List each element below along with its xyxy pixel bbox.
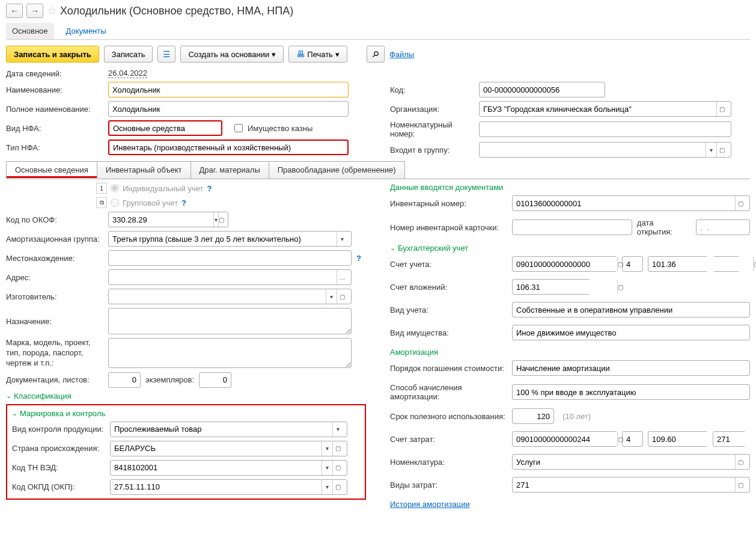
address-combo[interactable]: … xyxy=(108,269,352,285)
amort-history-link[interactable]: История амортизации xyxy=(390,500,470,509)
controlkind-combo[interactable]: ▾ xyxy=(110,422,347,437)
open-icon[interactable]: ▢ xyxy=(332,480,343,494)
tab-docs[interactable]: Документы xyxy=(60,23,112,39)
save-close-button[interactable]: Записать и закрыть xyxy=(6,46,99,63)
help-icon[interactable]: ? xyxy=(356,254,361,263)
tnved-combo[interactable]: ▾ ▢ xyxy=(110,460,347,476)
okof-input[interactable] xyxy=(112,212,213,227)
invnum-input[interactable] xyxy=(516,196,735,210)
costacct-input[interactable] xyxy=(516,432,617,446)
open-icon[interactable]: ▢ xyxy=(332,461,343,475)
open-icon[interactable]: ▢ xyxy=(617,432,623,446)
kind-input[interactable] xyxy=(108,120,222,136)
cost-c-input[interactable] xyxy=(717,432,756,446)
tnved-input[interactable] xyxy=(114,461,322,475)
group-input[interactable] xyxy=(483,143,706,157)
caret-down-icon[interactable]: ▾ xyxy=(213,212,218,227)
invcard-input[interactable] xyxy=(512,219,632,235)
marking-header[interactable]: ⌄ Маркировка и контроль xyxy=(12,409,360,418)
open-icon[interactable]: ▢ xyxy=(617,257,623,271)
cost-a-input[interactable] xyxy=(622,431,643,447)
help-icon[interactable]: ? xyxy=(207,184,212,193)
country-input[interactable] xyxy=(114,441,322,456)
open-icon[interactable]: ▢ xyxy=(716,143,727,157)
open-icon[interactable]: ▢ xyxy=(337,289,347,304)
invest-combo[interactable]: ▢ xyxy=(512,279,590,295)
amortgroup-combo[interactable]: ▾ xyxy=(108,231,352,247)
org-input[interactable] xyxy=(483,102,716,116)
save-button[interactable]: Записать xyxy=(104,46,153,63)
list-button[interactable]: ☰ xyxy=(157,46,175,63)
group-combo[interactable]: ▾ ▢ xyxy=(479,142,731,158)
amortgroup-input[interactable] xyxy=(112,232,337,246)
open-icon[interactable]: ▢ xyxy=(735,196,746,210)
caret-down-icon[interactable]: ▾ xyxy=(322,441,332,456)
tab-precious[interactable]: Драг. материалы xyxy=(191,161,269,179)
caret-down-icon[interactable]: ▾ xyxy=(337,232,347,246)
accounting-header[interactable]: ⌄ Бухгалтерский учет xyxy=(390,244,750,253)
address-input[interactable] xyxy=(112,270,337,284)
propkind-input[interactable] xyxy=(512,325,750,340)
invnum-combo[interactable]: ▢ xyxy=(512,195,750,211)
open-icon[interactable]: ▢ xyxy=(332,441,343,456)
repay-input[interactable] xyxy=(512,360,750,376)
open-icon[interactable]: ▢ xyxy=(617,280,623,294)
name-input[interactable] xyxy=(108,82,349,97)
help-icon[interactable]: ? xyxy=(181,198,186,207)
files-link[interactable]: Файлы xyxy=(389,50,414,59)
star-icon[interactable]: ☆ xyxy=(47,4,56,17)
tab-inventory[interactable]: Инвентарный объект xyxy=(97,161,191,179)
treasury-checkbox[interactable] xyxy=(234,124,243,132)
maker-combo[interactable]: ▾ ▢ xyxy=(108,289,352,304)
acct-a-input[interactable] xyxy=(622,256,643,272)
acct-input[interactable] xyxy=(516,257,617,271)
code-input[interactable] xyxy=(479,82,605,97)
sheets-input[interactable] xyxy=(108,372,141,388)
attach-button[interactable]: ⚲ xyxy=(367,46,385,63)
acct-combo[interactable]: ▢ xyxy=(512,256,617,272)
okpd-combo[interactable]: ▾ ▢ xyxy=(110,479,347,495)
okpd-input[interactable] xyxy=(114,480,322,494)
print-button[interactable]: 🖶 Печать ▾ xyxy=(288,46,347,63)
costkind-combo[interactable]: ▢ xyxy=(512,477,750,493)
maker-input[interactable] xyxy=(112,289,326,304)
create-based-button[interactable]: Создать на основании ▾ xyxy=(180,46,284,63)
tab-basic[interactable]: Основные сведения xyxy=(6,161,97,179)
location-input[interactable] xyxy=(108,250,352,266)
country-combo[interactable]: ▾ ▢ xyxy=(110,441,347,456)
tab-rights[interactable]: Правообладание (обременение) xyxy=(269,161,405,179)
caret-down-icon[interactable]: ▾ xyxy=(322,480,332,494)
org-combo[interactable]: ▢ xyxy=(479,101,731,117)
open-icon[interactable]: ▢ xyxy=(735,455,746,469)
model-input[interactable] xyxy=(108,338,352,368)
caret-down-icon[interactable]: ▾ xyxy=(706,143,716,157)
open-icon[interactable]: ▢ xyxy=(753,257,756,271)
cost-b-combo[interactable]: ▢ xyxy=(648,431,708,447)
cost-c-combo[interactable]: ▢ xyxy=(713,431,746,447)
classification-header[interactable]: ⌄ Классификация xyxy=(6,391,366,400)
caret-down-icon[interactable]: ▾ xyxy=(326,289,337,304)
fullname-input[interactable] xyxy=(108,101,349,117)
nomen-combo[interactable]: ▢ xyxy=(512,454,750,470)
nomen-input[interactable] xyxy=(516,455,735,469)
date-value[interactable]: 26.04.2022 xyxy=(108,69,147,78)
okof-combo[interactable]: ▾ ▢ xyxy=(108,212,228,227)
purpose-input[interactable] xyxy=(108,308,352,334)
opendate-input[interactable] xyxy=(696,219,750,235)
controlkind-input[interactable] xyxy=(114,422,332,437)
costacct-combo[interactable]: ▢ xyxy=(512,431,617,447)
acct-b-input[interactable] xyxy=(652,257,753,271)
back-button[interactable]: ← xyxy=(6,4,23,18)
acctkind-input[interactable] xyxy=(512,302,750,318)
forward-button[interactable]: → xyxy=(26,4,43,18)
tab-main[interactable]: Основное xyxy=(6,23,54,39)
ellipsis-icon[interactable]: … xyxy=(337,270,347,284)
copies-input[interactable] xyxy=(199,372,231,388)
amortmethod-input[interactable] xyxy=(512,384,750,400)
invest-input[interactable] xyxy=(516,280,617,294)
open-icon[interactable]: ▢ xyxy=(735,477,746,492)
nomnum-input[interactable] xyxy=(479,121,731,137)
acct-b-combo[interactable]: ▢ xyxy=(648,256,708,272)
open-icon[interactable]: ▢ xyxy=(218,212,224,227)
open-icon[interactable]: ▢ xyxy=(716,102,727,116)
